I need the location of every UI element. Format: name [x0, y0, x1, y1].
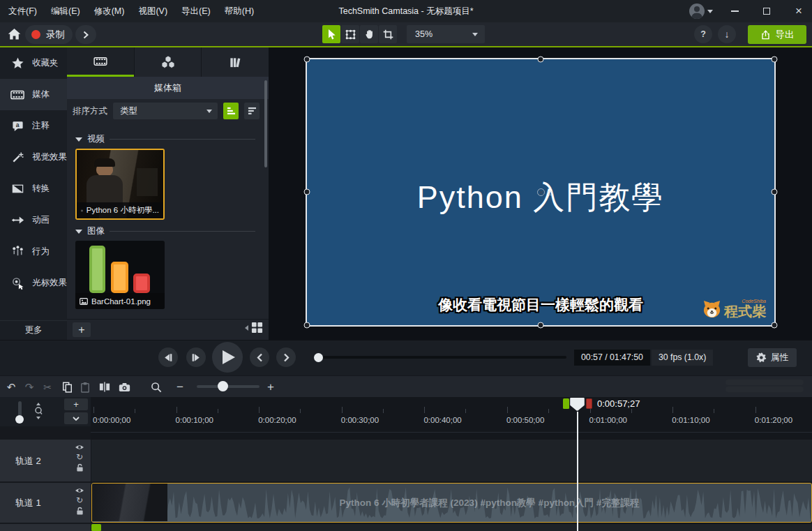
split-button[interactable] — [96, 379, 113, 395]
record-options-button[interactable] — [75, 25, 96, 44]
insert-track-button[interactable]: + — [64, 398, 88, 410]
media-bin-scrollbar[interactable] — [264, 80, 267, 167]
selection-handle-bottom-left[interactable] — [304, 322, 310, 329]
properties-button[interactable]: 属性 — [748, 348, 797, 367]
close-button[interactable]: × — [790, 2, 808, 20]
sort-ascending-button[interactable] — [223, 103, 239, 119]
zoom-dropdown[interactable]: 35% — [407, 25, 485, 43]
download-button[interactable]: ↓ — [718, 25, 736, 43]
sidebar-item-visual-effects[interactable]: 视觉效果 — [0, 142, 67, 173]
timeline-zoom-slider[interactable] — [197, 385, 260, 388]
menu-edit[interactable]: 编辑(E) — [44, 0, 87, 22]
undo-button[interactable]: ↶ — [3, 379, 20, 395]
pan-tool-button[interactable] — [360, 25, 378, 43]
tab-assets[interactable] — [134, 47, 201, 77]
zoom-out-button[interactable]: − — [172, 379, 188, 395]
playback-scrubber[interactable] — [314, 356, 566, 359]
menu-view[interactable]: 视图(V) — [131, 0, 174, 22]
track-1-header[interactable]: 轨道 1 ↻ — [0, 483, 91, 523]
tab-media[interactable] — [67, 47, 134, 77]
selection-handle-top-right[interactable] — [772, 57, 778, 63]
next-clip-button[interactable] — [276, 347, 296, 367]
minimize-button[interactable] — [725, 2, 744, 20]
timeline-zoom-button[interactable] — [148, 379, 165, 395]
add-media-button[interactable]: + — [73, 322, 91, 337]
collapse-tracks-button[interactable] — [64, 412, 88, 424]
eye-icon[interactable] — [75, 444, 84, 451]
menu-help[interactable]: 帮助(H) — [218, 0, 261, 22]
media-item-video[interactable]: Python 6 小時初學... — [75, 149, 165, 220]
edit-tool-button[interactable] — [341, 25, 359, 43]
track-height-slider-thumb[interactable] — [15, 415, 24, 424]
selection-handle-mid-right[interactable] — [772, 189, 778, 195]
ruler-tick-major — [259, 407, 260, 413]
image-section-header[interactable]: 图像 — [75, 225, 262, 237]
scrubber-thumb[interactable] — [314, 353, 323, 362]
copy-button[interactable] — [59, 379, 75, 395]
timeline-clip-video[interactable]: Python 6 小時初學者課程 (2023) #python教學 #pytho… — [91, 483, 812, 523]
sort-descending-button[interactable] — [244, 103, 260, 119]
selection-handle-bottom-right[interactable] — [772, 322, 778, 329]
timeline-zoom-slider-thumb[interactable] — [218, 381, 228, 391]
record-button[interactable]: 录制 — [25, 25, 73, 44]
snapshot-button[interactable] — [116, 379, 133, 395]
play-button[interactable] — [212, 342, 243, 373]
playhead-marker[interactable] — [569, 397, 585, 412]
playhead-line[interactable] — [577, 412, 578, 531]
selection-handle-mid-left[interactable] — [304, 189, 310, 195]
selection-handle-top-left[interactable] — [304, 57, 310, 63]
sidebar-item-favorites[interactable]: 收藏夹 — [0, 47, 67, 79]
menu-file[interactable]: 文件(F) — [1, 0, 44, 22]
step-forward-button[interactable] — [186, 347, 206, 367]
sidebar-more-button[interactable]: 更多 — [0, 320, 67, 340]
track-2-lane[interactable] — [91, 440, 812, 481]
paste-button[interactable] — [77, 379, 93, 395]
step-back-button[interactable] — [158, 347, 178, 367]
eye-icon[interactable] — [75, 487, 84, 494]
help-button[interactable]: ? — [694, 25, 712, 43]
home-button[interactable] — [6, 26, 22, 43]
playhead-out-point[interactable] — [586, 398, 592, 409]
timeline-hscroll-thumb[interactable] — [725, 387, 804, 392]
redo-button[interactable]: ↷ — [21, 379, 38, 395]
sidebar-item-media[interactable]: 媒体 — [0, 79, 67, 110]
lock-icon[interactable] — [76, 463, 84, 472]
sidebar-item-animations[interactable]: 动画 — [0, 204, 67, 236]
loop-icon[interactable]: ↻ — [76, 496, 83, 504]
sidebar-item-annotations[interactable]: a 注释 — [0, 110, 67, 142]
track-0-lane-partial[interactable] — [91, 524, 812, 531]
sidebar-item-behaviors[interactable]: 行为 — [0, 236, 67, 267]
ruler-scale[interactable]: 0:00:00;000:00:10;000:00:20;000:00:30;00… — [91, 397, 812, 433]
crop-tool-button[interactable] — [379, 25, 397, 43]
export-button[interactable]: 导出 — [748, 25, 806, 44]
menu-modify[interactable]: 修改(M) — [87, 0, 132, 22]
sort-dropdown[interactable]: 类型 — [113, 103, 218, 119]
timeline-hscroll-track[interactable] — [725, 380, 804, 385]
lock-icon[interactable] — [76, 507, 84, 515]
sort-asc-icon — [227, 107, 236, 115]
home-icon — [8, 28, 21, 40]
zoom-in-button[interactable]: + — [262, 379, 279, 395]
rotation-anchor-icon[interactable] — [537, 188, 545, 196]
avatar[interactable] — [689, 3, 705, 19]
tab-library[interactable] — [201, 47, 268, 77]
sidebar-item-cursor-effects[interactable]: 光标效果 — [0, 267, 67, 299]
loop-icon[interactable]: ↻ — [76, 453, 83, 461]
track-0-header-partial[interactable] — [0, 524, 91, 531]
track-2-header[interactable]: 轨道 2 ↻ — [0, 440, 91, 481]
track-0-clip-fragment[interactable] — [91, 524, 101, 531]
selection-handle-top-center[interactable] — [538, 57, 544, 63]
media-item-image[interactable]: BarChart-01.png — [75, 241, 165, 309]
avatar-caret-icon[interactable] — [707, 10, 713, 13]
cut-button[interactable]: ✂ — [39, 379, 56, 395]
playhead-in-point[interactable] — [563, 398, 569, 409]
view-mode-button[interactable] — [245, 322, 263, 334]
select-tool-button[interactable] — [322, 25, 340, 43]
selection-handle-bottom-center[interactable] — [538, 322, 544, 329]
maximize-button[interactable] — [758, 2, 776, 20]
menu-export[interactable]: 导出(E) — [174, 0, 218, 22]
canvas-slide[interactable]: Python 入門教學 像收看電視節目一樣輕鬆的觀看 CodeShiba 程式柴 — [307, 59, 774, 325]
video-section-header[interactable]: 视频 — [75, 133, 262, 145]
previous-clip-button[interactable] — [250, 347, 269, 367]
sidebar-item-transitions[interactable]: 转换 — [0, 173, 67, 204]
